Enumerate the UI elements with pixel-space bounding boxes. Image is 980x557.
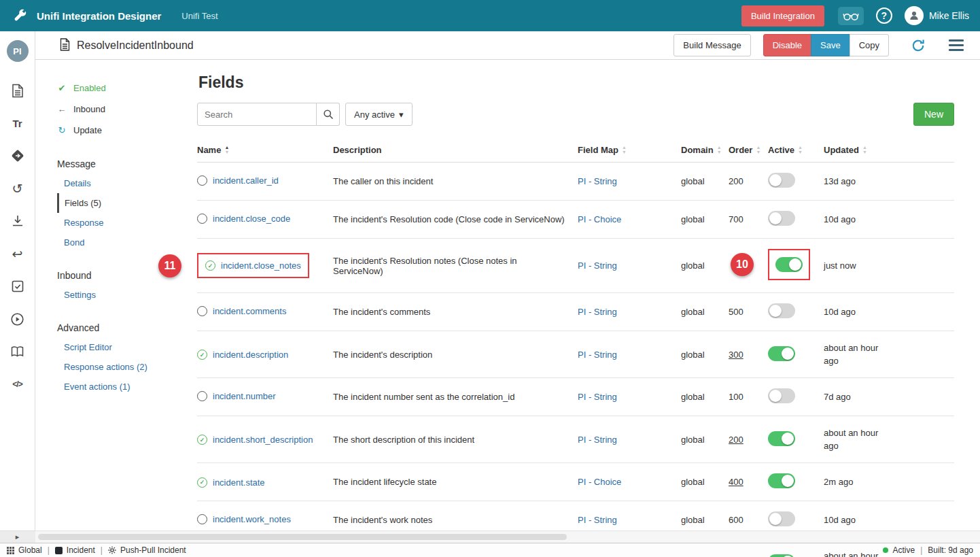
active-toggle[interactable]	[768, 388, 795, 403]
field-name-link[interactable]: incident.number	[213, 391, 276, 401]
disable-button[interactable]: Disable	[763, 34, 811, 56]
field-name-link[interactable]: incident.short_description	[213, 435, 313, 445]
rail-expand-button[interactable]: ▸	[0, 530, 35, 543]
save-button[interactable]: Save	[811, 34, 850, 56]
table-row: incident.close_code The incident's Resol…	[197, 201, 954, 239]
column-header-domain[interactable]: Domain ▲▼	[681, 138, 729, 163]
tasks-icon[interactable]	[9, 278, 27, 294]
code-icon[interactable]: </>	[9, 376, 27, 392]
field-name-cell: ✓ incident.description	[197, 350, 288, 360]
field-name-cell: 11 ✓ incident.close_notes	[197, 253, 309, 278]
active-toggle[interactable]	[775, 257, 803, 272]
status-update: ↻ Update	[57, 120, 197, 141]
field-map-link[interactable]: PI - String	[578, 515, 617, 525]
scope-entry[interactable]: Global	[7, 545, 42, 555]
active-toggle[interactable]	[768, 173, 795, 188]
field-name-link[interactable]: incident.caller_id	[213, 175, 279, 186]
history-icon[interactable]: ↺	[9, 180, 27, 197]
field-name-link[interactable]: incident.close_notes	[221, 260, 301, 271]
field-map-link[interactable]: PI - String	[578, 260, 617, 271]
field-updated: just now	[824, 259, 856, 272]
play-icon[interactable]	[9, 311, 27, 327]
annotation-badge-10: 10	[731, 253, 754, 276]
sidebar-item-response[interactable]: Response	[57, 213, 197, 233]
field-updated: about an hour ago	[824, 426, 888, 452]
sidebar-item-settings[interactable]: Settings	[57, 285, 197, 305]
integration-name-link[interactable]: Unifi Test	[181, 11, 217, 21]
field-name-link[interactable]: incident.work_notes	[213, 514, 291, 524]
book-icon[interactable]	[9, 343, 27, 360]
spectacles-icon[interactable]	[838, 7, 864, 25]
field-map-link[interactable]: PI - String	[578, 392, 617, 402]
help-icon[interactable]: ?	[876, 7, 892, 24]
scrollbar-thumb[interactable]	[38, 534, 567, 540]
sidebar-item-script-editor[interactable]: Script Editor	[57, 337, 197, 357]
active-toggle[interactable]	[768, 211, 795, 226]
text-format-icon[interactable]: Tr	[9, 115, 27, 131]
search-button[interactable]	[317, 103, 340, 126]
reply-icon[interactable]: ↩	[9, 246, 27, 262]
column-header-updated[interactable]: Updated ▲▼	[824, 138, 954, 163]
active-toggle[interactable]	[768, 303, 795, 318]
field-name-link[interactable]: incident.state	[213, 477, 265, 488]
sidebar-item-bond[interactable]: Bond	[57, 233, 197, 252]
app-title: Unifi Integration Designer	[37, 10, 161, 22]
copy-button[interactable]: Copy	[850, 34, 889, 56]
column-header-description[interactable]: Description	[333, 138, 578, 163]
send-diamond-icon[interactable]	[9, 148, 27, 164]
active-toggle[interactable]	[768, 346, 795, 361]
process-entry[interactable]: Incident	[55, 545, 95, 555]
build-message-button[interactable]: Build Message	[673, 34, 750, 56]
column-header-order[interactable]: Order ▲▼	[729, 138, 768, 163]
chevron-down-icon: ▾	[399, 109, 404, 120]
active-toggle[interactable]	[768, 554, 795, 557]
field-name-link[interactable]: incident.comments	[213, 306, 286, 316]
download-icon[interactable]	[9, 213, 27, 229]
document-icon[interactable]	[9, 82, 27, 99]
field-domain: global	[681, 331, 729, 378]
sidebar-item-fields[interactable]: Fields (5)	[57, 193, 197, 213]
horizontal-scrollbar[interactable]	[35, 530, 980, 543]
built-label: Built: 9d ago	[928, 545, 973, 555]
field-order[interactable]: 300	[729, 350, 743, 360]
field-map-link[interactable]: PI - String	[578, 307, 617, 317]
column-header-name[interactable]: Name ▲▼	[197, 138, 333, 163]
sidebar-item-event-actions[interactable]: Event actions (1)	[57, 377, 197, 396]
hamburger-menu-icon[interactable]	[949, 39, 964, 51]
active-toggle[interactable]	[768, 473, 795, 488]
field-map-link[interactable]: PI - String	[578, 176, 617, 186]
field-map-link[interactable]: PI - Choice	[578, 214, 621, 224]
column-header-active[interactable]: Active ▲▼	[768, 138, 824, 163]
topbar: Unifi Integration Designer Unifi Test Bu…	[0, 0, 980, 31]
field-order[interactable]: 200	[729, 435, 743, 445]
column-header-field-map[interactable]: Field Map ▲▼	[578, 138, 681, 163]
sort-icon: ▲▼	[717, 146, 722, 155]
sort-icon: ▲▼	[622, 146, 627, 155]
field-name-link[interactable]: incident.description	[213, 350, 288, 360]
field-order[interactable]: 400	[729, 477, 743, 487]
page-title: Fields	[198, 73, 954, 92]
incident-app-icon	[55, 547, 63, 554]
field-updated: 13d ago	[824, 175, 856, 188]
active-filter-dropdown[interactable]: Any active ▾	[345, 103, 413, 126]
integration-entry[interactable]: Push-Pull Incident	[108, 545, 186, 555]
sidebar-item-response-actions[interactable]: Response actions (2)	[57, 357, 197, 377]
active-toggle[interactable]	[768, 511, 795, 526]
active-toggle-cell	[768, 511, 795, 526]
search-input[interactable]	[197, 103, 317, 126]
field-map-link[interactable]: PI - String	[578, 350, 617, 360]
field-name-link[interactable]: incident.close_code	[213, 214, 290, 224]
process-avatar[interactable]: PI	[7, 40, 29, 62]
field-map-link[interactable]: PI - Choice	[578, 477, 621, 487]
refresh-icon[interactable]	[911, 38, 926, 53]
field-domain: global	[681, 163, 729, 201]
sidebar-item-details[interactable]: Details	[57, 173, 197, 193]
field-description: The short description of this incident	[333, 416, 578, 463]
field-domain: global	[681, 239, 729, 293]
build-integration-button[interactable]: Build Integration	[741, 5, 824, 27]
field-map-link[interactable]: PI - String	[578, 435, 617, 445]
user-menu[interactable]: Mike Ellis	[905, 6, 969, 25]
new-button[interactable]: New	[913, 103, 954, 126]
grid-icon	[7, 547, 14, 554]
active-toggle[interactable]	[768, 431, 795, 446]
